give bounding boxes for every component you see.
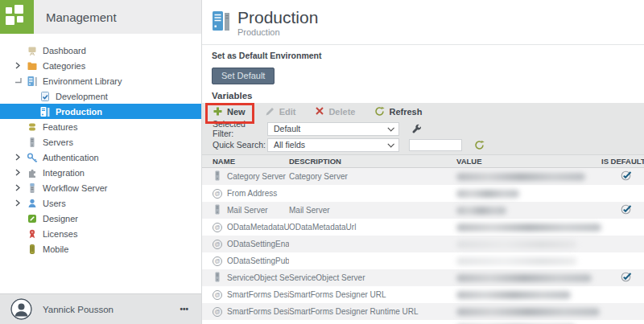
redacted-value <box>456 257 577 265</box>
table-row[interactable]: Category Server Category Server <box>202 168 644 185</box>
page-header: Production Production <box>202 0 644 45</box>
server-icon <box>213 204 222 216</box>
table-row[interactable]: Mail Server Mail Server <box>202 202 644 219</box>
production-icon <box>39 106 51 117</box>
variables-toolbar: New Edit Delete Refresh Selected Filter: <box>202 103 644 154</box>
development-icon <box>39 91 51 102</box>
selected-filter-row: Selected Filter: Default <box>202 121 644 137</box>
cell-name: @ ODataSettingEna... <box>213 240 289 249</box>
pencil-icon <box>265 106 275 118</box>
user-menu-button[interactable]: ••• <box>180 305 188 314</box>
sidebar-item-label: Designer <box>43 214 78 224</box>
app-window: Management Dashboard Categories Environm… <box>0 0 644 324</box>
tree-expander-icon[interactable] <box>14 77 26 84</box>
server-icon <box>213 170 222 183</box>
sidebar-item-designer[interactable]: Designer <box>0 211 201 226</box>
tree-expander-icon[interactable] <box>14 184 26 191</box>
sidebar-item-licenses[interactable]: Licenses <box>0 226 201 241</box>
at-icon: @ <box>213 223 222 232</box>
quick-search-input[interactable] <box>409 139 462 151</box>
app-title: Management <box>34 0 201 34</box>
column-header-value[interactable]: VALUE <box>456 157 601 166</box>
refresh-button[interactable]: Refresh <box>374 106 422 118</box>
sidebar-item-development[interactable]: Development <box>0 88 201 104</box>
tree-expander-icon[interactable] <box>14 169 26 176</box>
variable-name: SmartForms Desi... <box>227 307 289 316</box>
sidebar-item-servers[interactable]: Servers <box>0 134 201 150</box>
sidebar-item-categories[interactable]: Categories <box>0 58 201 73</box>
chevron-down-icon <box>387 125 394 131</box>
cell-description: ODataMetadataUrl <box>289 223 456 232</box>
delete-button: Delete <box>315 106 355 117</box>
sidebar-item-environment-library[interactable]: Environment Library <box>0 73 201 88</box>
table-row[interactable]: @ SmartForms Desi... SmartForms Designer… <box>202 303 644 320</box>
cell-description: SmartForms Designer Runtime URL <box>289 307 456 316</box>
set-default-button[interactable]: Set Default <box>212 68 275 84</box>
table-row[interactable]: ServiceObject Ser... ServiceObject Serve… <box>202 269 644 286</box>
cell-description: Category Server <box>289 172 456 181</box>
sidebar-item-integration[interactable]: Integration <box>0 165 201 180</box>
edit-button-label: Edit <box>279 107 296 117</box>
tree-expander-icon[interactable] <box>14 199 26 207</box>
sidebar-item-dashboard[interactable]: Dashboard <box>0 43 201 58</box>
environment-icon <box>212 10 231 32</box>
avatar[interactable] <box>10 298 32 320</box>
refresh-icon <box>374 106 385 118</box>
sidebar-item-label: Workflow Server <box>43 183 107 193</box>
sidebar-item-users[interactable]: Users <box>0 195 201 211</box>
new-button[interactable]: New <box>213 106 246 118</box>
column-header-description[interactable]: DESCRIPTION <box>289 157 456 166</box>
redacted-value <box>456 207 506 215</box>
redacted-value <box>456 291 571 299</box>
column-header-is-default[interactable]: IS DEFAULT <box>601 157 644 166</box>
sidebar-item-label: Mobile <box>43 244 68 254</box>
cell-value <box>456 224 601 232</box>
table-row[interactable]: @ ODataSettingPubl... <box>202 252 644 269</box>
workflow-server-icon <box>26 183 38 194</box>
sidebar-item-mobile[interactable]: Mobile <box>0 241 201 256</box>
variable-name: Category Server <box>227 172 286 181</box>
cell-name: @ SmartForms Desi... <box>213 290 289 300</box>
set-default-label: Set as Default Environment <box>212 51 644 60</box>
quick-search-field-select[interactable]: All fields <box>267 138 399 152</box>
at-icon: @ <box>213 307 222 317</box>
dashboard-icon <box>26 45 38 56</box>
table-row[interactable]: @ SmartForms Desi... SmartForms Designer… <box>202 286 644 303</box>
sidebar-item-label: Development <box>56 92 108 101</box>
servers-icon <box>26 137 38 148</box>
sidebar-item-production[interactable]: Production <box>0 104 201 119</box>
cell-description: SmartForms Designer URL <box>289 290 456 299</box>
sidebar-footer: Yannick Pousson ••• <box>0 293 201 324</box>
sidebar-item-label: Dashboard <box>43 46 86 55</box>
filter-settings-wrench-button[interactable] <box>411 124 422 134</box>
table-row[interactable]: @ ODataSettingEna... <box>202 236 644 252</box>
column-header-name[interactable]: NAME <box>213 157 289 166</box>
quick-search-row: Quick Search: All fields <box>202 137 644 154</box>
sidebar: Management Dashboard Categories Environm… <box>0 0 202 324</box>
selected-filter-select[interactable]: Default <box>267 122 399 136</box>
table-row[interactable]: @ ODataMetadataUrl ODataMetadataUrl <box>202 219 644 236</box>
delete-x-icon <box>315 106 324 117</box>
cell-name: @ ODataSettingPubl... <box>213 256 289 266</box>
redacted-value <box>456 190 519 198</box>
sidebar-item-label: Environment Library <box>43 76 122 86</box>
cell-value <box>456 257 601 265</box>
cell-name: @ From Address <box>213 189 289 199</box>
quick-search-field-value: All fields <box>274 140 305 150</box>
table-row[interactable]: @ SmartForms Desi... SmartForms Designer… <box>202 320 644 324</box>
sidebar-item-features[interactable]: Features <box>0 119 201 134</box>
sidebar-item-authentication[interactable]: Authentication <box>0 150 201 165</box>
tree-expander-icon[interactable] <box>14 154 26 161</box>
environment-library-icon <box>26 76 38 87</box>
variable-name: ODataSettingPubl... <box>227 256 289 265</box>
table-row[interactable]: @ From Address <box>202 185 644 202</box>
redacted-value <box>456 224 601 232</box>
quick-search-refresh-button[interactable] <box>474 140 485 150</box>
sidebar-item-label: Servers <box>43 137 73 147</box>
selected-filter-label: Selected Filter: <box>213 119 267 138</box>
sidebar-item-workflow-server[interactable]: Workflow Server <box>0 180 201 195</box>
sidebar-item-label: Licenses <box>43 229 77 239</box>
chevron-down-icon <box>387 141 394 147</box>
sidebar-header: Management <box>0 0 201 34</box>
tree-expander-icon[interactable] <box>14 62 26 69</box>
